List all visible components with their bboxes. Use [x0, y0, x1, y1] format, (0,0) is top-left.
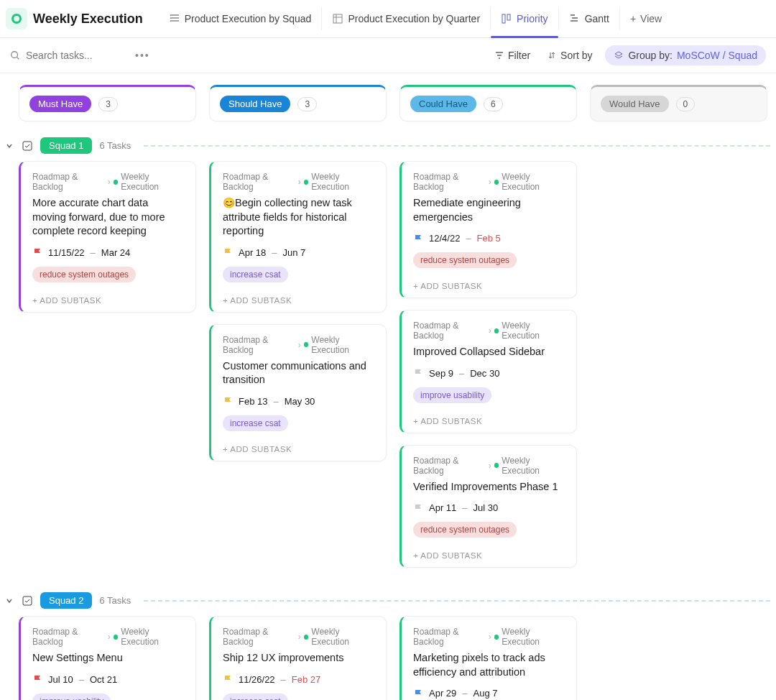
status-dot-icon: [304, 342, 308, 347]
more-menu[interactable]: •••: [135, 50, 150, 61]
add-subtask[interactable]: ADD SUBTASK: [413, 274, 565, 290]
date-row: 11/26/22– Feb 27: [223, 674, 374, 685]
card-title: 😊Begin collecting new task attribute fie…: [223, 196, 374, 239]
squad-pill[interactable]: Squad 2: [40, 592, 92, 609]
svg-rect-5: [23, 597, 32, 605]
col-should: Roadmap & Backlog› Weekly Execution Ship…: [209, 616, 387, 700]
tag[interactable]: reduce system outages: [413, 522, 517, 538]
card-title: Marketing pixels to track ads efficiency…: [413, 651, 565, 679]
tab-priority[interactable]: Priority: [491, 7, 559, 30]
date-row: 12/4/22– Feb 5: [413, 233, 565, 244]
status-dot-icon: [494, 635, 499, 640]
status-dot-icon: [304, 180, 308, 185]
flag-icon: [413, 234, 423, 244]
task-card[interactable]: Roadmap & Backlog› Weekly Execution Ship…: [209, 616, 387, 700]
breadcrumb: Roadmap & Backlog› Weekly Execution: [413, 627, 565, 647]
collapse-toggle[interactable]: [6, 597, 14, 604]
task-card[interactable]: Roadmap & Backlog› Weekly Execution 😊Beg…: [209, 161, 387, 313]
svg-rect-4: [23, 142, 32, 150]
add-subtask[interactable]: ADD SUBTASK: [32, 288, 184, 305]
breadcrumb: Roadmap & Backlog› Weekly Execution: [413, 321, 565, 341]
count-must: 3: [98, 97, 118, 111]
sort-icon: [548, 51, 556, 60]
plus-icon: +: [630, 13, 636, 24]
col-head-could: Could Have 6: [399, 85, 577, 121]
svg-rect-2: [507, 14, 510, 20]
tag[interactable]: improve usability: [32, 694, 111, 700]
card-title: Improved Collapsed Sidebar: [413, 345, 565, 359]
search-input[interactable]: [26, 50, 126, 61]
tag[interactable]: improve usability: [413, 387, 491, 403]
tab-label: Product Execution by Quarter: [348, 13, 480, 24]
status-dot-icon: [114, 180, 118, 185]
toolbar: ••• Filter Sort by Group by: MoSCoW / Sq…: [0, 38, 776, 73]
add-subtask[interactable]: ADD SUBTASK: [223, 288, 374, 305]
search-icon: [10, 50, 20, 60]
breadcrumb: Roadmap & Backlog› Weekly Execution: [223, 172, 374, 192]
board-icon: [501, 13, 512, 24]
collapse-toggle[interactable]: [6, 142, 14, 149]
col-must: Roadmap & Backlog› Weekly Execution New …: [19, 616, 196, 700]
date-row: Apr 11– Jul 30: [413, 502, 565, 513]
columns-header: Must Have 3 Should Have 3 Could Have 6 W…: [0, 73, 776, 127]
group-by-value: MoSCoW / Squad: [677, 50, 757, 61]
tag[interactable]: reduce system outages: [32, 267, 136, 282]
pill-should: Should Have: [220, 96, 290, 112]
card-title: Remediate engineering emergencies: [413, 196, 565, 224]
flag-icon: [223, 247, 233, 257]
add-view-button[interactable]: + View: [620, 7, 672, 30]
add-subtask[interactable]: ADD SUBTASK: [413, 543, 565, 560]
filter-button[interactable]: Filter: [491, 47, 535, 64]
status-dot-icon: [114, 635, 118, 640]
tab-label: Priority: [517, 13, 548, 24]
tab-exec-by-quarter[interactable]: Product Execution by Quarter: [322, 7, 491, 30]
view-tabs: Product Execution by Squad Product Execu…: [159, 7, 672, 30]
tab-exec-by-squad[interactable]: Product Execution by Squad: [159, 7, 323, 30]
tag[interactable]: increase csat: [223, 267, 288, 282]
add-subtask[interactable]: ADD SUBTASK: [413, 409, 565, 425]
checkbox-icon: [22, 140, 33, 152]
flag-icon: [32, 247, 42, 257]
task-count: 6 Tasks: [99, 140, 131, 151]
filter-icon: [495, 51, 504, 60]
col-could: Roadmap & Backlog› Weekly Execution Reme…: [399, 161, 577, 568]
flag-icon: [32, 674, 42, 684]
pill-would: Would Have: [601, 96, 669, 112]
group-by-button[interactable]: Group by: MoSCoW / Squad: [605, 45, 766, 65]
gantt-icon: [569, 13, 581, 24]
breadcrumb: Roadmap & Backlog› Weekly Execution: [223, 627, 374, 647]
layers-icon: [614, 50, 624, 60]
flag-icon: [223, 396, 233, 406]
date-row: Feb 13– May 30: [223, 396, 374, 407]
task-card[interactable]: Roadmap & Backlog› Weekly Execution Reme…: [399, 161, 577, 298]
breadcrumb: Roadmap & Backlog› Weekly Execution: [413, 172, 565, 192]
task-card[interactable]: Roadmap & Backlog› Weekly Execution Cust…: [209, 324, 387, 461]
date-row: Jul 10– Oct 21: [32, 674, 184, 685]
tag[interactable]: increase csat: [223, 415, 288, 431]
table-icon: [332, 13, 343, 24]
task-card[interactable]: Roadmap & Backlog› Weekly Execution Impr…: [399, 310, 577, 433]
col-head-must: Must Have 3: [19, 85, 196, 121]
task-count: 6 Tasks: [99, 595, 131, 606]
col-should: Roadmap & Backlog› Weekly Execution 😊Beg…: [209, 161, 387, 461]
group-header-squad2: Squad 2 6 Tasks: [0, 582, 776, 616]
add-subtask[interactable]: ADD SUBTASK: [223, 437, 374, 453]
tag[interactable]: increase csat: [223, 694, 288, 700]
date-row: Apr 18– Jun 7: [223, 247, 374, 258]
breadcrumb: Roadmap & Backlog› Weekly Execution: [223, 335, 374, 355]
sort-button[interactable]: Sort by: [543, 47, 596, 64]
task-card[interactable]: Roadmap & Backlog› Weekly Execution Veri…: [399, 445, 577, 568]
task-card[interactable]: Roadmap & Backlog› Weekly Execution New …: [19, 616, 196, 700]
status-dot-icon: [494, 328, 499, 333]
tab-gantt[interactable]: Gantt: [559, 7, 620, 30]
checkbox-icon: [22, 595, 33, 607]
flag-icon: [413, 368, 423, 378]
tag[interactable]: reduce system outages: [413, 252, 517, 268]
squad-pill[interactable]: Squad 1: [40, 137, 92, 154]
list-icon: [169, 13, 180, 24]
task-card[interactable]: Roadmap & Backlog› Weekly Execution Mark…: [399, 616, 577, 700]
top-nav: Weekly Execution Product Execution by Sq…: [0, 0, 776, 38]
breadcrumb: Roadmap & Backlog› Weekly Execution: [32, 172, 184, 192]
task-card[interactable]: Roadmap & Backlog› Weekly Execution More…: [19, 161, 196, 313]
card-title: Verified Improvements Phase 1: [413, 480, 565, 494]
